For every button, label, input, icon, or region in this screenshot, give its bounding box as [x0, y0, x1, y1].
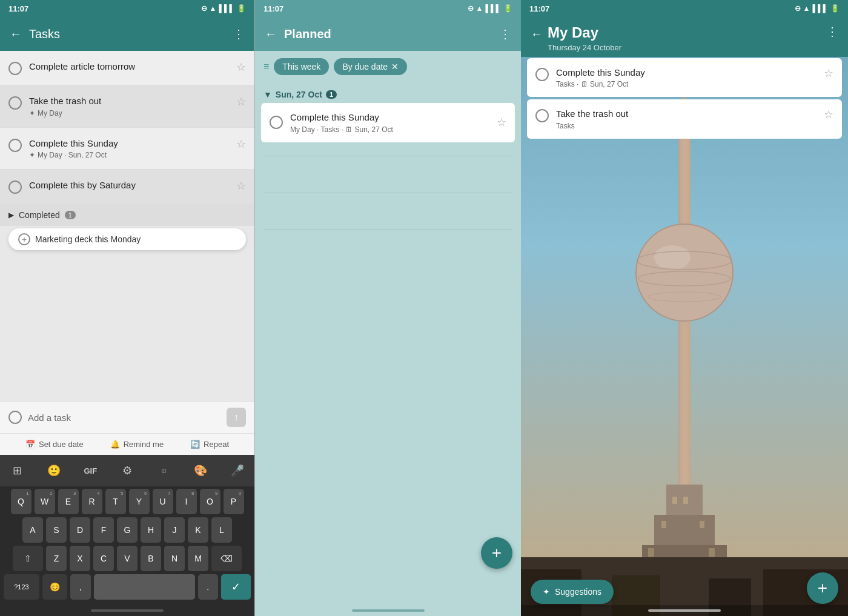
tasks-title: Tasks	[29, 27, 60, 41]
key-i[interactable]: I8	[176, 489, 197, 514]
repeat-button[interactable]: 🔄 Repeat	[190, 440, 229, 449]
add-task-fab[interactable]: +	[807, 572, 838, 604]
completed-label: Completed	[19, 210, 60, 220]
key-k[interactable]: K	[188, 517, 208, 543]
mic-icon[interactable]: 🎤	[227, 460, 248, 482]
upload-button[interactable]: ↑	[227, 408, 246, 427]
sticker-icon[interactable]: 🙂	[43, 460, 65, 482]
add-task-placeholder[interactable]: Add a task	[28, 412, 71, 423]
key-m[interactable]: M	[188, 546, 208, 571]
star-icon[interactable]: ☆	[236, 137, 246, 151]
gif-button[interactable]: GIF	[79, 460, 101, 482]
home-bar-2	[352, 609, 425, 612]
tasks-header: ← Tasks ⋮	[0, 17, 254, 51]
task-checkbox[interactable]	[8, 139, 22, 152]
due-date-button[interactable]: 📅 Set due date	[25, 440, 84, 449]
key-a[interactable]: A	[22, 517, 43, 543]
star-icon[interactable]: ☆	[824, 108, 833, 121]
task-checkbox[interactable]	[535, 109, 549, 122]
palette-icon[interactable]: 🎨	[190, 460, 211, 482]
star-icon[interactable]: ☆	[236, 61, 246, 74]
key-u[interactable]: U7	[153, 489, 173, 514]
wifi-icon: ▲	[803, 4, 810, 13]
key-s[interactable]: S	[46, 517, 67, 543]
battery-icon: 🔋	[237, 4, 246, 13]
task-item[interactable]: Complete this by Saturday ☆	[0, 170, 254, 204]
key-r[interactable]: R4	[82, 489, 102, 514]
enter-key[interactable]: ✓	[221, 574, 251, 600]
key-j[interactable]: J	[164, 517, 185, 543]
sun-icon: ✦	[29, 109, 35, 118]
back-icon[interactable]: ←	[265, 27, 277, 41]
back-icon[interactable]: ←	[531, 27, 543, 41]
add-task-fab[interactable]: +	[481, 537, 512, 569]
key-f[interactable]: F	[93, 517, 114, 543]
task-checkbox[interactable]	[8, 62, 22, 75]
key-d[interactable]: D	[70, 517, 90, 543]
suggestions-button[interactable]: ✦ Suggestions	[531, 580, 614, 604]
star-icon[interactable]: ☆	[236, 179, 246, 193]
planned-task[interactable]: Complete this Sunday My Day · Tasks · 🗓 …	[261, 103, 515, 142]
key-h[interactable]: H	[141, 517, 161, 543]
space-key[interactable]	[94, 574, 195, 600]
add-task-left: Add a task	[8, 411, 227, 424]
divider	[263, 156, 512, 156]
task-checkbox[interactable]	[535, 68, 549, 81]
by-due-date-filter[interactable]: By due date ✕	[334, 58, 407, 75]
key-l[interactable]: L	[211, 517, 232, 543]
signal-icon: ▌▌▌	[485, 4, 501, 13]
menu-icon[interactable]: ≡	[263, 61, 269, 72]
settings-icon[interactable]: ⚙	[116, 460, 138, 482]
star-icon[interactable]: ☆	[236, 95, 246, 108]
battery-icon: 🔋	[830, 4, 840, 13]
task-checkbox[interactable]	[270, 116, 283, 129]
section-header: ▼ Sun, 27 Oct 1	[255, 82, 521, 103]
key-g[interactable]: G	[117, 517, 137, 543]
star-icon[interactable]: ☆	[497, 116, 506, 129]
typing-suggestion[interactable]: + Marketing deck this Monday	[8, 228, 246, 250]
key-x[interactable]: X	[70, 546, 90, 571]
star-icon[interactable]: ☆	[824, 67, 833, 80]
backspace-key[interactable]: ⌫	[211, 546, 242, 571]
key-y[interactable]: Y6	[129, 489, 150, 514]
key-t[interactable]: T5	[105, 489, 126, 514]
task-checkbox[interactable]	[8, 180, 22, 194]
more-icon[interactable]: ⋮	[233, 27, 245, 41]
key-w[interactable]: W2	[35, 489, 55, 514]
shift-key[interactable]: ⇧	[13, 546, 43, 571]
task-item[interactable]: Complete this Sunday ✦ My Day · Sun, 27 …	[0, 128, 254, 170]
emoji-key[interactable]: 😊	[42, 574, 67, 600]
status-time-1: 11:07	[8, 4, 28, 13]
key-o[interactable]: O9	[200, 489, 220, 514]
completed-section[interactable]: ▶ Completed 1	[0, 204, 254, 226]
task-item[interactable]: Take the trash out ✦ My Day ☆	[0, 85, 254, 128]
translate-icon[interactable]: ⎅	[153, 460, 175, 482]
period-key[interactable]: .	[198, 574, 218, 600]
this-week-filter[interactable]: This week	[274, 58, 329, 75]
remind-button[interactable]: 🔔 Remind me	[110, 440, 164, 449]
symbols-key[interactable]: ?123	[4, 574, 39, 600]
key-v[interactable]: V	[117, 546, 137, 571]
grid-icon[interactable]: ⊞	[6, 460, 28, 482]
comma-key[interactable]: ,	[70, 574, 90, 600]
myday-task-item[interactable]: Complete this Sunday Tasks · 🗓 Sun, 27 O…	[527, 58, 842, 98]
myday-date: Thursday 24 October	[548, 43, 621, 52]
myday-header-left: ← My Day Thursday 24 October	[531, 24, 621, 52]
myday-task-title: Complete this Sunday	[556, 67, 645, 79]
task-item[interactable]: Complete article tomorrow ☆	[0, 51, 254, 85]
key-q[interactable]: Q1	[11, 489, 31, 514]
more-icon[interactable]: ⋮	[499, 27, 511, 41]
key-p[interactable]: P0	[224, 489, 244, 514]
key-b[interactable]: B	[141, 546, 161, 571]
myday-task-item[interactable]: Take the trash out Tasks ☆	[527, 99, 842, 139]
task-checkbox[interactable]	[8, 96, 22, 110]
key-c[interactable]: C	[93, 546, 114, 571]
key-n[interactable]: N	[164, 546, 185, 571]
task-title: Take the trash out	[29, 95, 236, 107]
back-icon[interactable]: ←	[10, 27, 22, 41]
remove-filter-icon[interactable]: ✕	[391, 62, 399, 71]
task-content: Take the trash out ✦ My Day	[29, 95, 236, 118]
more-icon[interactable]: ⋮	[826, 24, 838, 39]
key-z[interactable]: Z	[46, 546, 67, 571]
key-e[interactable]: E3	[58, 489, 79, 514]
